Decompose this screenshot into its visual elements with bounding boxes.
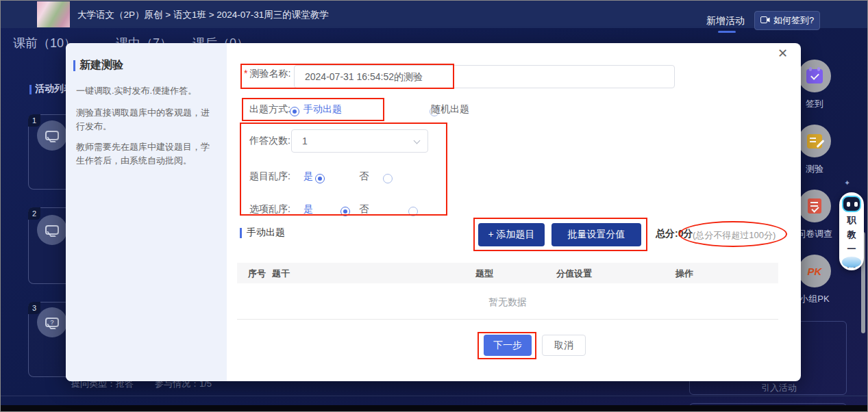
total-score-text: 总分:0分 bbox=[656, 228, 693, 240]
col-stem: 题干 bbox=[272, 268, 290, 280]
how-to-sign-in-label: 如何签到? bbox=[773, 14, 814, 27]
speech-bubble-icon bbox=[45, 131, 59, 140]
activity-list-title-bar bbox=[29, 85, 32, 94]
manual-section-bar bbox=[240, 228, 242, 238]
activity-card-2-icon-circle bbox=[37, 215, 67, 245]
question-bubble-icon: ? bbox=[45, 318, 59, 327]
sparkle-icon: ✦ bbox=[844, 179, 850, 188]
dialog-desc-3: 教师需要先在题库中建设题目，学生作答后，由系统自动批阅。 bbox=[76, 140, 214, 168]
col-type: 题型 bbox=[475, 268, 493, 280]
assistant-char: 一 bbox=[847, 243, 856, 255]
attempts-value: 1 bbox=[302, 136, 308, 146]
quiz-name-label: *测验名称: bbox=[244, 68, 290, 80]
dialog-desc-2: 测验直接调取题库中的客观题，进行发布。 bbox=[76, 106, 214, 133]
radio-shuffle-question-yes-label[interactable]: 是 bbox=[303, 170, 313, 183]
radio-shuffle-option-no[interactable] bbox=[408, 207, 418, 216]
col-score: 分值设置 bbox=[556, 268, 592, 280]
dialog-title-bar bbox=[73, 60, 75, 71]
radio-shuffle-option-yes[interactable] bbox=[340, 207, 350, 216]
next-step-button[interactable]: 下一步 bbox=[484, 335, 532, 356]
assistant-char: 职 bbox=[847, 214, 856, 227]
breadcrumb: 大学语文（2P）原创 > 语文1班 > 2024-07-31周三的课堂教学 bbox=[77, 9, 329, 21]
manual-section-title: 手动出题 bbox=[247, 227, 285, 239]
shuffle-option-label: 选项乱序: bbox=[249, 203, 290, 216]
radio-shuffle-question-yes[interactable] bbox=[315, 174, 325, 183]
menu-survey-button[interactable] bbox=[798, 190, 831, 222]
question-table-header bbox=[237, 263, 778, 283]
shuffle-question-label: 题目乱序: bbox=[249, 170, 290, 183]
required-mark: * bbox=[244, 68, 247, 79]
radio-manual-mode[interactable] bbox=[290, 107, 299, 116]
col-actions: 操作 bbox=[675, 268, 693, 280]
app-window: 大学语文（2P）原创 > 语文1班 > 2024-07-31周三的课堂教学 新增… bbox=[0, 0, 868, 412]
radio-shuffle-question-no-label[interactable]: 否 bbox=[359, 170, 369, 183]
batch-score-button[interactable]: 批量设置分值 bbox=[551, 223, 641, 246]
activity-card-1-icon-circle bbox=[37, 120, 67, 151]
activity-card-2-number: 2 bbox=[28, 207, 40, 220]
mode-label: 出题方式: bbox=[249, 103, 290, 116]
col-index: 序号 bbox=[248, 268, 266, 280]
attempts-select[interactable]: 1 bbox=[291, 129, 428, 153]
menu-group-pk-button[interactable]: PK bbox=[798, 255, 831, 287]
document-pencil-icon bbox=[807, 134, 822, 149]
course-thumbnail bbox=[37, 1, 70, 27]
how-to-sign-in-button[interactable]: 如何签到? bbox=[754, 11, 820, 30]
radio-random-mode-label[interactable]: 随机出题 bbox=[431, 103, 469, 116]
total-score-note: (总分不得超过100分) bbox=[693, 229, 776, 242]
menu-sign-in-button[interactable] bbox=[798, 60, 831, 92]
chevron-down-icon bbox=[414, 138, 421, 144]
new-activity-tab[interactable]: 新增活动 bbox=[706, 15, 745, 27]
bottom-divider bbox=[1, 396, 868, 396]
activity-card-3-icon-circle: ? bbox=[37, 307, 67, 337]
quiz-name-label-text: 测验名称: bbox=[249, 68, 290, 79]
attempts-label: 作答次数: bbox=[249, 135, 290, 147]
dialog-title: 新建测验 bbox=[79, 58, 123, 73]
survey-doc-icon bbox=[808, 198, 821, 214]
quiz-name-input[interactable]: 2024-07-31 16:54:52的测验 bbox=[294, 65, 675, 88]
robot-icon bbox=[842, 196, 861, 212]
cancel-button[interactable]: 取消 bbox=[542, 335, 586, 356]
close-icon[interactable]: ✕ bbox=[778, 46, 788, 61]
radio-shuffle-option-yes-label[interactable]: 是 bbox=[303, 203, 313, 216]
table-bottom-divider bbox=[237, 319, 778, 320]
activity-card-3-number: 3 bbox=[28, 302, 40, 314]
camera-icon bbox=[760, 16, 770, 26]
radio-shuffle-option-no-label[interactable]: 否 bbox=[359, 203, 369, 216]
radio-manual-mode-label[interactable]: 手动出题 bbox=[303, 103, 342, 116]
assistant-char: 教 bbox=[847, 229, 856, 241]
calendar-check-icon bbox=[806, 69, 823, 83]
speech-bubble-icon bbox=[45, 225, 59, 235]
import-activity-label[interactable]: 引入活动 bbox=[761, 382, 797, 394]
new-activity-active-indicator bbox=[718, 31, 736, 33]
menu-quiz-button[interactable] bbox=[798, 125, 831, 157]
dialog-desc-1: 一键调取.实时发布.便捷作答。 bbox=[76, 84, 214, 98]
add-question-button[interactable]: + 添加题目 bbox=[478, 223, 545, 246]
empty-state-text: 暂无数据 bbox=[237, 296, 778, 309]
water-wave-graphic bbox=[842, 257, 861, 268]
activity-card-1-number: 1 bbox=[28, 114, 40, 127]
pk-icon: PK bbox=[808, 266, 822, 277]
bottom-strip bbox=[1, 405, 868, 412]
